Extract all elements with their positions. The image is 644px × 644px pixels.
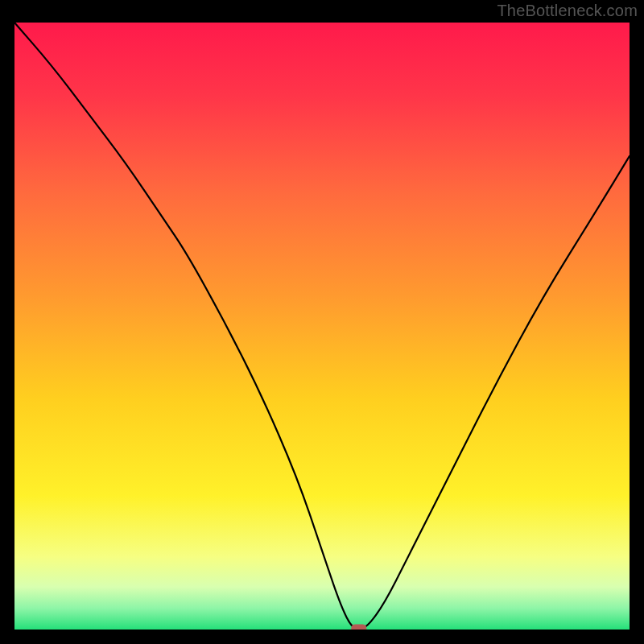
optimal-point-marker xyxy=(352,625,366,630)
chart-frame: TheBottleneck.com xyxy=(0,0,644,644)
gradient-background xyxy=(14,23,630,630)
chart-svg xyxy=(14,23,630,630)
plot-area xyxy=(14,23,630,630)
watermark-text: TheBottleneck.com xyxy=(497,2,638,20)
